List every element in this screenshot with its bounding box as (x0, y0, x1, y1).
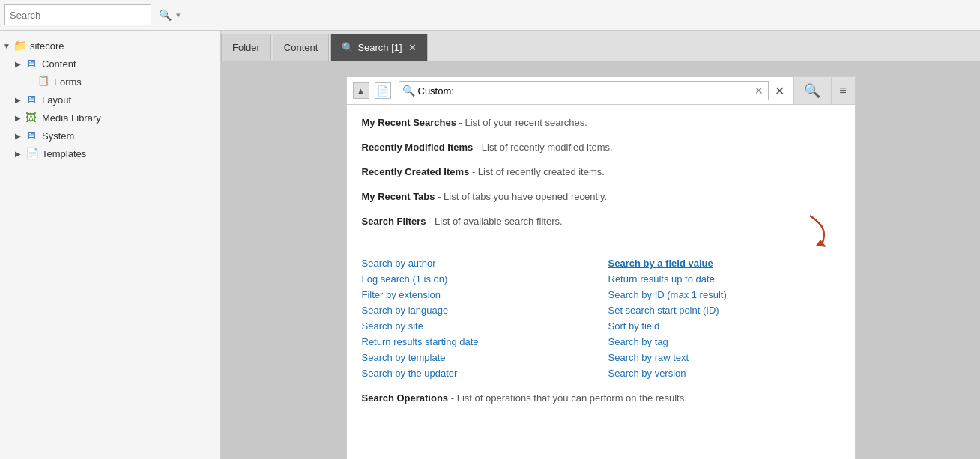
folder-icon: 📁 (13, 39, 27, 52)
sidebar-item-system[interactable]: 🖥 System (0, 127, 220, 145)
filter-columns: Search by author Log search (1 is on) Fi… (362, 258, 840, 379)
tab-content[interactable]: Content (273, 34, 330, 61)
sidebar-item-forms[interactable]: 📋 Forms (0, 73, 220, 91)
content-area: Folder Content 🔍 Search [1] ✕ ▲ 📄 (221, 31, 980, 459)
tab-bar: Folder Content 🔍 Search [1] ✕ (221, 31, 980, 61)
filter-col-left: Search by author Log search (1 is on) Fi… (362, 258, 593, 379)
sidebar-item-content[interactable]: 🖥 Content (0, 55, 220, 73)
arrow-icon (15, 150, 25, 158)
section-title: Recently Modified Items (362, 142, 474, 153)
filter-by-version[interactable]: Search by version (608, 368, 840, 379)
svg-marker-0 (816, 240, 826, 247)
filter-by-site[interactable]: Search by site (362, 320, 593, 332)
filter-set-start-point[interactable]: Set search start point (ID) (608, 305, 840, 316)
arrow-icon (15, 96, 25, 104)
section-filters-desc: - List of available search filters. (426, 216, 563, 227)
sidebar-item-label: Media Library (42, 112, 101, 124)
panel-clear-button[interactable]: ✕ (753, 85, 765, 97)
panel-content: My Recent Searches - List of your recent… (347, 105, 855, 459)
tab-content-label: Content (284, 42, 318, 53)
panel-list-button[interactable]: ≡ (831, 77, 855, 104)
section-title: My Recent Tabs (362, 191, 435, 202)
tab-search-label: Search [1] (357, 42, 402, 53)
panel-search-execute-button[interactable]: 🔍 (793, 77, 831, 104)
templates-icon: 📄 (25, 147, 39, 160)
search-panel-wrapper: ▲ 📄 🔍 ✕ ✕ 🔍 ≡ (221, 61, 980, 459)
filter-by-updater[interactable]: Search by the updater (362, 368, 593, 379)
global-search-dropdown[interactable]: ▾ (176, 10, 181, 20)
panel-doc-button[interactable]: 📄 (375, 82, 391, 99)
section-search-filters: Search Filters - List of available searc… (362, 216, 840, 379)
sidebar-item-label: Forms (54, 76, 82, 88)
tab-folder-label: Folder (232, 42, 260, 53)
sidebar-item-label: Layout (42, 94, 71, 106)
section-desc: - List of your recent searches. (456, 117, 587, 128)
panel-close-button[interactable]: ✕ (772, 84, 787, 98)
filter-return-starting[interactable]: Return results starting date (362, 336, 593, 347)
top-bar: 🔍 ▾ (0, 0, 980, 31)
filter-log-search[interactable]: Log search (1 is on) (362, 273, 593, 285)
annotation-arrow (787, 208, 840, 253)
sidebar-item-label: Templates (42, 148, 86, 159)
section-operations-desc: - List of operations that you can perfor… (448, 392, 687, 404)
section-recent-searches: My Recent Searches - List of your recent… (362, 117, 840, 128)
filter-return-up-to-date[interactable]: Return results up to date (608, 273, 840, 285)
section-title: Recently Created Items (362, 166, 470, 177)
filter-by-author[interactable]: Search by author (362, 258, 593, 269)
panel-search-input[interactable] (418, 85, 753, 97)
tab-search[interactable]: 🔍 Search [1] ✕ (330, 34, 427, 61)
forms-icon: 📋 (37, 75, 51, 88)
filter-by-tag[interactable]: Search by tag (608, 336, 840, 347)
section-desc: - List of recently modified items. (473, 142, 612, 153)
panel-search-box: 🔍 ✕ (399, 81, 769, 100)
sidebar-item-layout[interactable]: 🖥 Layout (0, 91, 220, 109)
section-recent-tabs: My Recent Tabs - List of tabs you have o… (362, 191, 840, 202)
section-operations-title: Search Operations (362, 392, 449, 404)
layout-icon: 🖥 (25, 93, 39, 106)
filter-by-language[interactable]: Search by language (362, 305, 593, 316)
sidebar: 📁 sitecore 🖥 Content 📋 Forms 🖥 Layout 🖼 … (0, 31, 221, 459)
global-search-input[interactable] (10, 10, 122, 21)
sidebar-item-sitecore[interactable]: 📁 sitecore (0, 37, 220, 55)
search-panel: ▲ 📄 🔍 ✕ ✕ 🔍 ≡ (346, 76, 856, 459)
section-desc: - List of recently created items. (469, 166, 605, 177)
filter-by-extension[interactable]: Filter by extension (362, 289, 593, 300)
filter-col-right: Search by a field value Return results u… (608, 258, 840, 379)
sidebar-item-label: sitecore (30, 40, 64, 52)
filter-raw-text[interactable]: Search by raw text (608, 352, 840, 363)
panel-up-button[interactable]: ▲ (353, 82, 369, 99)
arrow-icon (3, 42, 13, 50)
sidebar-item-templates[interactable]: 📄 Templates (0, 145, 220, 162)
main-area: 📁 sitecore 🖥 Content 📋 Forms 🖥 Layout 🖼 … (0, 31, 980, 459)
filter-sort-by-field[interactable]: Sort by field (608, 320, 840, 332)
section-title: My Recent Searches (362, 117, 456, 128)
sidebar-item-label: System (42, 130, 74, 142)
filter-by-field-value[interactable]: Search by a field value (608, 258, 840, 269)
sidebar-item-media[interactable]: 🖼 Media Library (0, 109, 220, 127)
system-icon: 🖥 (25, 129, 39, 142)
section-filters-title: Search Filters (362, 216, 426, 227)
global-search-icon[interactable]: 🔍 (159, 9, 172, 21)
section-recently-modified: Recently Modified Items - List of recent… (362, 142, 840, 153)
filter-by-id[interactable]: Search by ID (max 1 result) (608, 289, 840, 300)
arrow-icon (15, 60, 25, 68)
section-desc: - List of tabs you have opened recently. (435, 191, 608, 202)
tab-close-button[interactable]: ✕ (408, 42, 417, 53)
arrow-icon (15, 114, 25, 122)
section-recently-created: Recently Created Items - List of recentl… (362, 166, 840, 177)
sidebar-item-label: Content (42, 58, 76, 70)
media-icon: 🖼 (25, 111, 39, 124)
content-icon: 🖥 (25, 57, 39, 70)
filter-by-template[interactable]: Search by template (362, 352, 593, 363)
tab-folder[interactable]: Folder (221, 34, 271, 61)
tab-search-icon: 🔍 (342, 42, 354, 53)
arrow-icon (15, 132, 25, 140)
panel-search-icon: 🔍 (402, 85, 415, 97)
global-search-wrapper (4, 4, 151, 25)
section-search-operations: Search Operations - List of operations t… (362, 392, 840, 404)
